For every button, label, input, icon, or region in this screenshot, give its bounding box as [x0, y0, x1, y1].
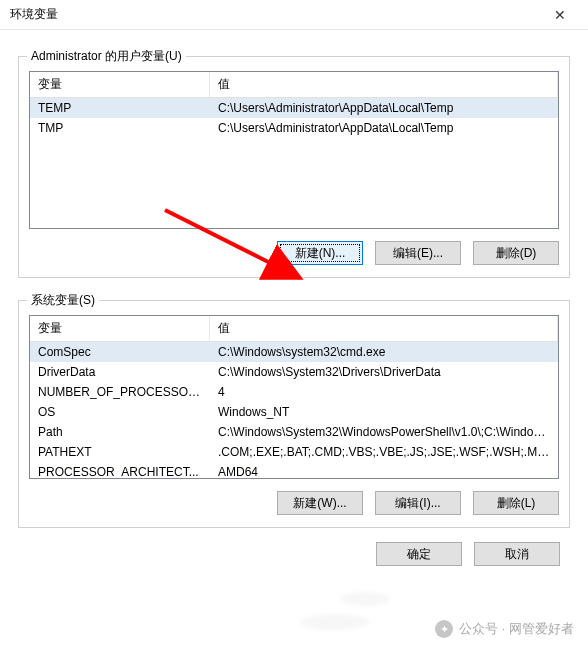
table-row[interactable]: PATHEXT.COM;.EXE;.BAT;.CMD;.VBS;.VBE;.JS…	[30, 442, 558, 462]
watermark-label: 公众号 · 网管爱好者	[459, 620, 574, 638]
table-row[interactable]: TMPC:\Users\Administrator\AppData\Local\…	[30, 118, 558, 138]
table-row[interactable]: OSWindows_NT	[30, 402, 558, 422]
col-header-name[interactable]: 变量	[30, 72, 210, 97]
decorative-smudge	[300, 614, 370, 630]
close-icon: ✕	[554, 7, 566, 23]
cell-var-name: DriverData	[30, 365, 210, 379]
cell-var-name: PATHEXT	[30, 445, 210, 459]
close-button[interactable]: ✕	[540, 1, 580, 29]
table-row[interactable]: DriverDataC:\Windows\System32\Drivers\Dr…	[30, 362, 558, 382]
sys-vars-buttons: 新建(W)... 编辑(I)... 删除(L)	[29, 491, 559, 515]
decorative-smudge	[340, 592, 390, 606]
cell-var-value: C:\Windows\system32\cmd.exe	[210, 345, 558, 359]
list-header: 变量 值	[30, 316, 558, 342]
cell-var-name: ComSpec	[30, 345, 210, 359]
cell-var-value: C:\Windows\System32\Drivers\DriverData	[210, 365, 558, 379]
user-new-button[interactable]: 新建(N)...	[277, 241, 363, 265]
cell-var-value: C:\Users\Administrator\AppData\Local\Tem…	[210, 121, 558, 135]
cell-var-value: Windows_NT	[210, 405, 558, 419]
sys-delete-button[interactable]: 删除(L)	[473, 491, 559, 515]
cell-var-value: .COM;.EXE;.BAT;.CMD;.VBS;.VBE;.JS;.JSE;.…	[210, 445, 558, 459]
user-vars-buttons: 新建(N)... 编辑(E)... 删除(D)	[29, 241, 559, 265]
dialog-buttons: 确定 取消	[0, 528, 588, 566]
cell-var-value: C:\Users\Administrator\AppData\Local\Tem…	[210, 101, 558, 115]
col-header-name[interactable]: 变量	[30, 316, 210, 341]
table-row[interactable]: ComSpecC:\Windows\system32\cmd.exe	[30, 342, 558, 362]
table-row[interactable]: PathC:\Windows\System32\WindowsPowerShel…	[30, 422, 558, 442]
user-variables-label: Administrator 的用户变量(U)	[27, 48, 186, 65]
cell-var-name: PROCESSOR_ARCHITECT...	[30, 465, 210, 479]
cell-var-value: 4	[210, 385, 558, 399]
cell-var-name: TEMP	[30, 101, 210, 115]
system-variables-group: 系统变量(S) 变量 值 ComSpecC:\Windows\system32\…	[18, 300, 570, 528]
system-variables-list[interactable]: 变量 值 ComSpecC:\Windows\system32\cmd.exeD…	[29, 315, 559, 479]
system-variables-label: 系统变量(S)	[27, 292, 99, 309]
dialog-body: Administrator 的用户变量(U) 变量 值 TEMPC:\Users…	[0, 30, 588, 528]
wechat-icon: ✦	[435, 620, 453, 638]
user-variables-list[interactable]: 变量 值 TEMPC:\Users\Administrator\AppData\…	[29, 71, 559, 229]
cell-var-value: C:\Windows\System32\WindowsPowerShell\v1…	[210, 425, 558, 439]
cell-var-name: Path	[30, 425, 210, 439]
sys-edit-button[interactable]: 编辑(I)...	[375, 491, 461, 515]
table-row[interactable]: NUMBER_OF_PROCESSORS4	[30, 382, 558, 402]
cell-var-name: OS	[30, 405, 210, 419]
sys-new-button[interactable]: 新建(W)...	[277, 491, 363, 515]
title-bar: 环境变量 ✕	[0, 0, 588, 30]
cell-var-name: TMP	[30, 121, 210, 135]
col-header-value[interactable]: 值	[210, 72, 558, 97]
list-header: 变量 值	[30, 72, 558, 98]
user-variables-group: Administrator 的用户变量(U) 变量 值 TEMPC:\Users…	[18, 56, 570, 278]
ok-button[interactable]: 确定	[376, 542, 462, 566]
user-edit-button[interactable]: 编辑(E)...	[375, 241, 461, 265]
window-title: 环境变量	[10, 6, 58, 23]
col-header-value[interactable]: 值	[210, 316, 558, 341]
user-delete-button[interactable]: 删除(D)	[473, 241, 559, 265]
watermark: ✦ 公众号 · 网管爱好者	[435, 620, 574, 638]
cell-var-value: AMD64	[210, 465, 558, 479]
cancel-button[interactable]: 取消	[474, 542, 560, 566]
table-row[interactable]: PROCESSOR_ARCHITECT...AMD64	[30, 462, 558, 479]
table-row[interactable]: TEMPC:\Users\Administrator\AppData\Local…	[30, 98, 558, 118]
cell-var-name: NUMBER_OF_PROCESSORS	[30, 385, 210, 399]
